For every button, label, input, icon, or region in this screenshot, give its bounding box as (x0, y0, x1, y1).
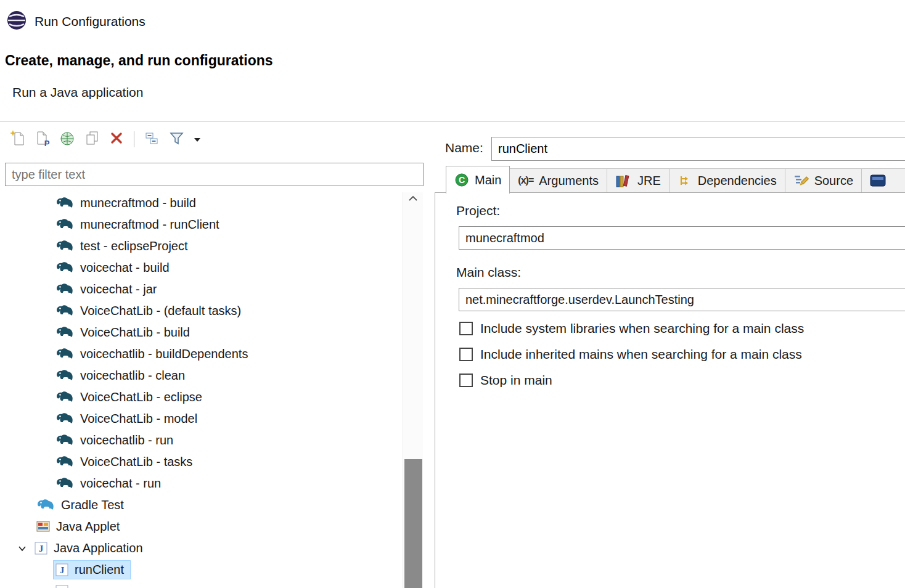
tab-main[interactable]: CMain (446, 166, 510, 194)
dependencies-tab-icon (678, 174, 692, 188)
tab-label: Dependencies (698, 174, 777, 188)
tree-item-label: Java Application (54, 541, 143, 555)
gradle-task-icon (55, 197, 74, 210)
tree-item-label: munecraftmod - build (80, 196, 196, 210)
tab-source[interactable]: Source (785, 168, 862, 192)
java-app-icon: J (55, 563, 68, 576)
tree-item-label: VoiceChatLib - (default tasks) (80, 304, 241, 318)
checkbox-row-include-inherited-mains-when-searching-for-a-main-class[interactable]: Include inherited mains when searching f… (459, 346, 804, 362)
filter-input[interactable] (5, 163, 424, 186)
checkbox[interactable] (459, 322, 473, 335)
tab-label: JRE (637, 174, 661, 188)
new-prototype-icon: P (35, 130, 51, 149)
new-config-icon (10, 130, 27, 149)
tree-item-java-application[interactable]: JJava Application (5, 537, 403, 559)
tree-item-label: VoiceChatLib - build (80, 325, 190, 340)
checkbox[interactable] (459, 348, 473, 361)
tree-item-label: voicechat - build (80, 261, 170, 275)
delete-button[interactable] (106, 129, 127, 149)
main-class-input[interactable] (459, 288, 905, 311)
gradle-task-icon (55, 304, 74, 317)
tree-item-munecraftmod-build[interactable]: munecraftmod - build (5, 192, 403, 214)
main-class-label: Main class: (456, 265, 521, 280)
checkbox-label: Include system libraries when searching … (480, 321, 804, 336)
tree-item-voicechatlib-run[interactable]: voicechatlib - run (5, 430, 403, 451)
tree-item-voicechat-run[interactable]: voicechat - run (5, 473, 403, 494)
main-tab-icon: C (454, 173, 469, 187)
tree-item-voicechatlib-clean[interactable]: voicechatlib - clean (5, 365, 403, 386)
java-applet-icon (36, 521, 50, 533)
duplicate-button[interactable] (81, 129, 102, 149)
tree-item-label: runClient (75, 563, 124, 577)
gradle-task-icon (55, 218, 74, 231)
chevron-down-icon[interactable] (16, 544, 28, 553)
tree-item-voicechatlib-builddependents[interactable]: voicechatlib - buildDependents (5, 343, 403, 365)
tree-item-label: VoiceChatLib - eclipse (80, 390, 202, 404)
name-input[interactable] (491, 137, 905, 161)
tree-item-runclient[interactable]: JrunClient (5, 559, 403, 581)
tab-label: Arguments (539, 174, 599, 188)
duplicate-icon (84, 130, 100, 149)
tree-item-voicechat-jar[interactable]: voicechat - jar (5, 279, 403, 300)
scrollbar-thumb[interactable] (404, 459, 422, 588)
gradle-task-icon (55, 391, 74, 404)
svg-text:J: J (39, 544, 44, 553)
tree-item-partial[interactable]: J (5, 581, 403, 588)
tab-partial[interactable] (861, 168, 905, 192)
menu-dropdown-button[interactable] (190, 129, 204, 149)
tab-bar: CMain(x)=ArgumentsJREDependenciesSource (446, 165, 905, 194)
tree-scrollbar[interactable] (403, 192, 423, 588)
name-label: Name: (445, 141, 483, 155)
checkbox-row-include-system-libraries-when-searching-for-a-main-class[interactable]: Include system libraries when searching … (459, 321, 804, 337)
tree-item-label: test - eclipseProject (80, 239, 188, 253)
tab-jre[interactable]: JRE (607, 168, 670, 192)
tree-item-voicechat-build[interactable]: voicechat - build (5, 257, 403, 279)
tree-item-java-applet[interactable]: Java Applet (5, 516, 403, 537)
svg-text:C: C (459, 175, 465, 185)
new-prototype-button[interactable]: P (32, 129, 53, 149)
gradle-task-icon (55, 434, 74, 447)
tree-item-voicechatlib-build[interactable]: VoiceChatLib - build (5, 322, 403, 343)
new-config-button[interactable] (7, 129, 28, 149)
main-tab-content: Project: Main class: Include system libr… (435, 192, 905, 588)
menu-dropdown-icon (194, 134, 201, 145)
checkbox-group: Include system libraries when searching … (459, 321, 804, 388)
filter-icon (168, 130, 185, 149)
tree-item-label: VoiceChatLib - model (80, 412, 197, 426)
tree-item-gradle-test[interactable]: Gradle Test (5, 494, 403, 516)
jre-tab-icon (615, 174, 632, 188)
tree-item-label: voicechat - jar (80, 282, 157, 296)
gradle-task-icon (55, 261, 74, 274)
tab-dependencies[interactable]: Dependencies (669, 168, 785, 192)
project-input[interactable] (459, 226, 905, 250)
export-config-icon (59, 130, 76, 149)
tree-item-voicechatlib-tasks[interactable]: VoiceChatLib - tasks (5, 451, 403, 473)
tree-item-label: voicechatlib - run (80, 433, 173, 447)
gradle-task-icon (55, 240, 74, 253)
tree-item-label: VoiceChatLib - tasks (80, 455, 192, 469)
tree-item-label: voicechat - run (80, 476, 161, 491)
java-app-icon: J (55, 585, 68, 588)
gradle-task-icon (55, 477, 74, 490)
filter-button[interactable] (166, 129, 187, 149)
tree-item-voicechatlib-model[interactable]: VoiceChatLib - model (5, 408, 403, 430)
dialog-subheading: Run a Java application (12, 85, 143, 100)
tree-item-voicechatlib-eclipse[interactable]: VoiceChatLib - eclipse (5, 386, 403, 408)
tree-item-label: Gradle Test (61, 498, 124, 512)
gradle-task-icon (55, 412, 74, 425)
tree-item-label: munecraftmod - runClient (80, 218, 219, 232)
window-title: Run Configurations (35, 14, 145, 29)
project-label: Project: (456, 203, 500, 218)
collapse-all-button[interactable] (141, 129, 162, 149)
tab-arguments[interactable]: (x)=Arguments (509, 168, 607, 192)
tree-item-munecraftmod-runclient[interactable]: munecraftmod - runClient (5, 214, 403, 235)
scroll-up-icon[interactable] (403, 195, 423, 202)
gradle-task-icon (55, 455, 74, 468)
tree-item-test-eclipseproject[interactable]: test - eclipseProject (5, 235, 403, 257)
tree-item-voicechatlib-default-tasks[interactable]: VoiceChatLib - (default tasks) (5, 300, 403, 322)
checkbox[interactable] (459, 374, 473, 387)
export-config-button[interactable] (57, 129, 78, 149)
gradle-task-icon (55, 348, 74, 361)
checkbox-row-stop-in-main[interactable]: Stop in main (459, 372, 804, 388)
source-tab-icon (793, 174, 809, 188)
